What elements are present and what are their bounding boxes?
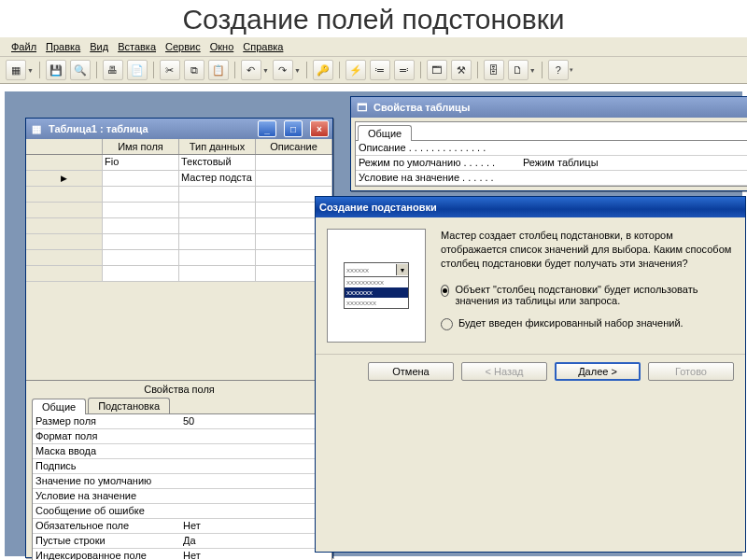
property-row[interactable]: Размер поля50 — [33, 414, 331, 429]
property-row[interactable]: Значение по умолчанию — [33, 474, 331, 489]
table-row[interactable] — [26, 250, 332, 266]
cell-fieldname[interactable] — [103, 218, 179, 233]
maximize-button[interactable]: □ — [284, 120, 303, 137]
menu-edit[interactable]: Правка — [44, 40, 82, 53]
property-value[interactable]: Нет — [180, 519, 331, 533]
property-value[interactable] — [520, 171, 747, 185]
property-row[interactable]: Режим по умолчанию . . . . . .Режим табл… — [356, 156, 747, 171]
help-button[interactable]: ? — [548, 60, 569, 80]
property-value[interactable]: Нет — [180, 549, 331, 560]
cell-fieldname[interactable] — [103, 171, 179, 186]
cancel-button[interactable]: Отмена — [368, 362, 454, 381]
property-row[interactable]: Маска ввода — [33, 444, 331, 459]
cell-fieldname[interactable] — [103, 187, 179, 202]
menu-window[interactable]: Окно — [208, 40, 236, 53]
cell-datatype[interactable] — [179, 234, 256, 249]
property-row[interactable]: Условие на значение — [33, 489, 331, 504]
close-button[interactable]: × — [310, 120, 329, 137]
property-row[interactable]: Сообщение об ошибке — [33, 504, 331, 519]
row-selector[interactable] — [26, 155, 103, 170]
cell-fieldname[interactable]: Fio — [103, 155, 179, 170]
dropdown-icon[interactable]: ▼ — [27, 67, 34, 74]
insert-rows-button[interactable]: ≔ — [370, 60, 390, 80]
property-value[interactable] — [180, 504, 331, 518]
cell-datatype[interactable]: Текстовый — [179, 155, 256, 170]
dropdown-icon[interactable]: ▼ — [294, 67, 301, 74]
table-row[interactable] — [26, 187, 332, 203]
titlebar[interactable]: Создание подстановки — [316, 197, 745, 217]
cell-datatype[interactable] — [179, 266, 256, 281]
property-value[interactable]: Да — [180, 534, 331, 548]
menu-file[interactable]: Файл — [9, 40, 38, 53]
row-selector[interactable] — [26, 234, 103, 249]
property-row[interactable]: Подпись — [33, 459, 331, 474]
build-button[interactable]: ⚒ — [451, 60, 472, 80]
table-row[interactable] — [26, 266, 332, 282]
property-row[interactable]: Описание . . . . . . . . . . . . . . — [356, 141, 747, 156]
titlebar[interactable]: 🗔 Свойства таблицы × — [351, 97, 747, 118]
menu-help[interactable]: Справка — [241, 40, 285, 53]
property-row[interactable]: Пустые строкиДа — [33, 534, 331, 549]
row-selector[interactable] — [26, 218, 103, 233]
radio-option-fixed-list[interactable]: Будет введен фиксированный набор значени… — [441, 317, 734, 330]
table-row[interactable]: FioТекстовый — [26, 155, 332, 171]
paste-button[interactable]: 📋 — [208, 60, 229, 80]
property-row[interactable]: Индексированное полеНет — [33, 549, 331, 560]
cell-datatype[interactable] — [179, 218, 256, 233]
cell-datatype[interactable] — [179, 250, 256, 265]
cell-description[interactable] — [256, 171, 332, 186]
col-datatype[interactable]: Тип данных — [179, 139, 256, 154]
row-selector[interactable]: ▶ — [26, 171, 103, 186]
property-row[interactable]: Условие на значение . . . . . . — [356, 171, 747, 186]
minimize-button[interactable]: _ — [258, 120, 276, 137]
copy-button[interactable]: ⧉ — [184, 60, 204, 80]
cell-fieldname[interactable] — [103, 234, 179, 249]
database-window-button[interactable]: 🗄 — [484, 60, 504, 80]
tab-general[interactable]: Общие — [358, 125, 412, 141]
table-row[interactable] — [26, 234, 332, 250]
property-value[interactable] — [180, 474, 331, 488]
save-button[interactable]: 💾 — [46, 60, 66, 80]
table-row[interactable] — [26, 203, 332, 218]
cut-button[interactable]: ✂ — [160, 60, 180, 80]
col-desc[interactable]: Описание — [256, 139, 332, 154]
cell-fieldname[interactable] — [103, 203, 179, 217]
property-value[interactable]: 50 — [180, 414, 331, 428]
cell-datatype[interactable] — [179, 203, 256, 217]
row-selector[interactable] — [26, 203, 103, 217]
row-selector[interactable] — [26, 266, 103, 281]
new-object-button[interactable]: 🗋 — [508, 60, 529, 80]
cell-fieldname[interactable] — [103, 250, 179, 265]
redo-button[interactable]: ↷ — [273, 60, 293, 80]
row-selector[interactable] — [26, 187, 103, 202]
primary-key-button[interactable]: 🔑 — [313, 60, 333, 80]
row-selector[interactable] — [26, 250, 103, 265]
dropdown-icon[interactable]: ▾ — [570, 66, 573, 74]
cell-datatype[interactable] — [179, 187, 256, 202]
next-button[interactable]: Далее > — [555, 362, 641, 381]
property-value[interactable]: Режим таблицы — [520, 156, 747, 170]
view-mode-button[interactable]: ▦ — [6, 60, 26, 80]
table-row[interactable]: ▶Мастер подста — [26, 171, 332, 187]
preview-button[interactable]: 📄 — [127, 60, 148, 80]
print-button[interactable]: 🖶 — [103, 60, 123, 80]
property-value[interactable] — [180, 444, 331, 458]
titlebar[interactable]: ▦ Таблица1 : таблица _ □ × — [26, 119, 332, 139]
property-value[interactable] — [180, 459, 331, 473]
col-fieldname[interactable]: Имя поля — [103, 139, 179, 154]
properties-button[interactable]: 🗔 — [427, 60, 447, 80]
delete-rows-button[interactable]: ≕ — [394, 60, 415, 80]
table-row[interactable] — [26, 218, 332, 234]
dropdown-icon[interactable]: ▼ — [262, 67, 269, 74]
property-value[interactable] — [180, 489, 331, 503]
cell-fieldname[interactable] — [103, 266, 179, 281]
menu-view[interactable]: Вид — [88, 40, 110, 53]
tab-general[interactable]: Общие — [32, 399, 86, 414]
tab-lookup[interactable]: Подстановка — [88, 398, 170, 413]
props-grid[interactable]: Размер поля50Формат поляМаска вводаПодпи… — [32, 413, 332, 560]
grid-body[interactable]: FioТекстовый▶Мастер подста — [26, 155, 332, 282]
search-button[interactable]: 🔍 — [70, 60, 91, 80]
menu-tools[interactable]: Сервис — [163, 40, 203, 53]
indexes-button[interactable]: ⚡ — [345, 60, 366, 80]
property-row[interactable]: Формат поля — [33, 429, 331, 444]
